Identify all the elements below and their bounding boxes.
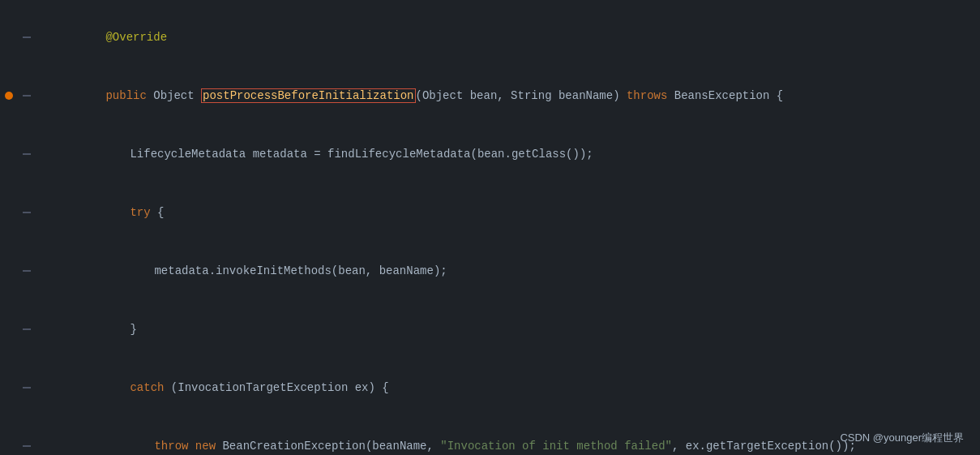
- gutter-marker: [23, 153, 31, 155]
- gutter-marker: [23, 328, 31, 330]
- breakpoint-icon[interactable]: [5, 92, 13, 100]
- code: metadata.invokeInitMethods(bean, beanNam…: [154, 264, 447, 277]
- string-literal: "Invocation of init method failed": [440, 440, 672, 453]
- code-line: throw new BeanCreationException(beanName…: [0, 417, 980, 455]
- code-line: catch (InvocationTargetException ex) {: [0, 358, 980, 417]
- watermark: CSDN @younger编程世界: [840, 431, 964, 445]
- line-text: LifecycleMetadata metadata = findLifecyc…: [41, 125, 593, 183]
- exception-type: BeansException {: [674, 89, 783, 102]
- brace: }: [130, 323, 136, 336]
- keyword-new: new: [195, 440, 223, 453]
- code: (InvocationTargetException ex) {: [171, 381, 389, 394]
- keyword-catch: catch: [130, 381, 170, 394]
- line-text: catch (InvocationTargetException ex) {: [41, 358, 389, 417]
- type-object: Object: [153, 89, 201, 102]
- code-editor: @Override public Object postProcessBefor…: [0, 0, 980, 455]
- keyword-throw: throw: [154, 440, 195, 453]
- keyword-public: public: [105, 89, 153, 102]
- params: (Object bean, String beanName): [416, 89, 627, 102]
- code-line: @Override: [0, 8, 980, 67]
- keyword-throws: throws: [627, 89, 674, 102]
- gutter-marker: [23, 270, 31, 272]
- line-text: }: [41, 300, 137, 358]
- line-text: @Override: [41, 8, 167, 67]
- code-line: metadata.invokeInitMethods(bean, beanNam…: [0, 242, 980, 300]
- gutter-marker: [23, 212, 31, 213]
- annotation: @Override: [105, 31, 167, 44]
- brace: {: [157, 206, 164, 219]
- code: , ex.getTargetException());: [672, 440, 856, 453]
- exception-class: BeanCreationException(beanName,: [222, 440, 440, 453]
- code-line: }: [0, 300, 980, 358]
- code-line: LifecycleMetadata metadata = findLifecyc…: [0, 125, 980, 183]
- gutter-marker: [23, 36, 31, 38]
- keyword-try: try: [130, 206, 157, 219]
- code-line: try {: [0, 183, 980, 242]
- line-text: throw new BeanCreationException(beanName…: [41, 417, 856, 455]
- gutter-marker: [23, 445, 31, 447]
- gutter-marker: [23, 95, 31, 97]
- code: LifecycleMetadata metadata = findLifecyc…: [130, 148, 593, 161]
- method-name-before: postProcessBeforeInitialization: [201, 88, 415, 103]
- code-line: public Object postProcessBeforeInitializ…: [0, 67, 980, 125]
- line-text: metadata.invokeInitMethods(bean, beanNam…: [41, 242, 447, 300]
- line-text: public Object postProcessBeforeInitializ…: [41, 67, 783, 125]
- line-text: try {: [41, 183, 164, 242]
- gutter-marker: [23, 387, 31, 388]
